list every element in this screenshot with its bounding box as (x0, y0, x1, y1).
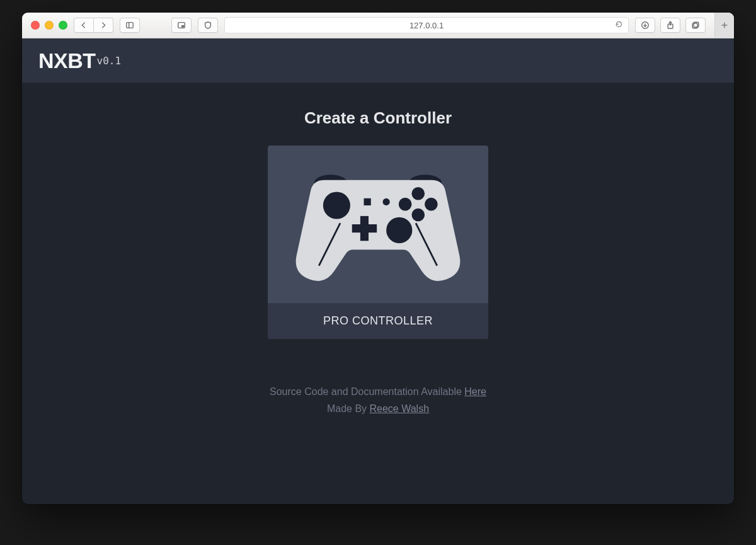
plus-icon (720, 21, 729, 30)
minimize-window-button[interactable] (45, 21, 54, 30)
forward-button[interactable] (94, 18, 113, 33)
svg-point-21 (411, 187, 425, 200)
url-text: 127.0.0.1 (410, 21, 444, 30)
pro-controller-icon (284, 158, 472, 290)
controller-illustration (268, 146, 488, 303)
svg-rect-19 (364, 198, 371, 205)
pro-controller-card[interactable]: PRO CONTROLLER (268, 146, 488, 339)
browser-toolbar: 127.0.0.1 (22, 13, 734, 38)
source-link[interactable]: Here (464, 386, 486, 397)
maximize-window-button[interactable] (59, 21, 67, 30)
sidebar-icon (125, 21, 134, 30)
close-window-button[interactable] (31, 21, 40, 30)
main-area: Create a Controller (22, 83, 734, 504)
share-icon (666, 21, 675, 30)
url-bar[interactable]: 127.0.0.1 (224, 17, 629, 33)
share-button[interactable] (660, 18, 680, 33)
privacy-button[interactable] (198, 18, 218, 33)
svg-point-25 (386, 217, 412, 243)
window-controls (31, 21, 67, 30)
author-link[interactable]: Reece Walsh (370, 403, 430, 414)
footer-line-1: Source Code and Documentation Available … (270, 383, 486, 400)
app-header: NXBT v0.1 (22, 38, 734, 83)
pip-button[interactable] (171, 18, 192, 33)
svg-point-24 (411, 209, 425, 222)
navigation-buttons (74, 18, 113, 33)
svg-point-20 (383, 198, 390, 205)
tabs-icon (691, 21, 700, 30)
brand-name: NXBT (38, 49, 96, 73)
svg-point-16 (323, 192, 350, 219)
toolbar-right (635, 18, 706, 33)
new-tab-button[interactable] (714, 13, 734, 38)
footer-line-2: Made By Reece Walsh (270, 400, 486, 417)
sidebar-button[interactable] (120, 18, 140, 33)
downloads-button[interactable] (635, 18, 655, 33)
shield-icon (203, 21, 212, 30)
svg-rect-18 (360, 216, 369, 241)
reload-icon (615, 20, 623, 28)
svg-rect-0 (127, 23, 134, 28)
svg-point-23 (425, 198, 438, 211)
download-icon (641, 21, 650, 30)
back-button[interactable] (74, 18, 94, 33)
tabs-button[interactable] (685, 18, 706, 33)
version-label: v0.1 (97, 55, 122, 67)
chevron-left-icon (79, 21, 88, 30)
reload-button[interactable] (615, 20, 623, 30)
page-title: Create a Controller (304, 108, 452, 128)
page-content: NXBT v0.1 Create a Controller (22, 38, 734, 504)
browser-window: 127.0.0.1 NXBT v0.1 Create a C (22, 13, 734, 504)
footer: Source Code and Documentation Available … (270, 383, 486, 417)
pip-icon (177, 21, 186, 30)
chevron-right-icon (99, 21, 108, 30)
svg-point-22 (399, 198, 412, 211)
card-caption: PRO CONTROLLER (268, 303, 488, 339)
svg-rect-3 (181, 25, 184, 28)
